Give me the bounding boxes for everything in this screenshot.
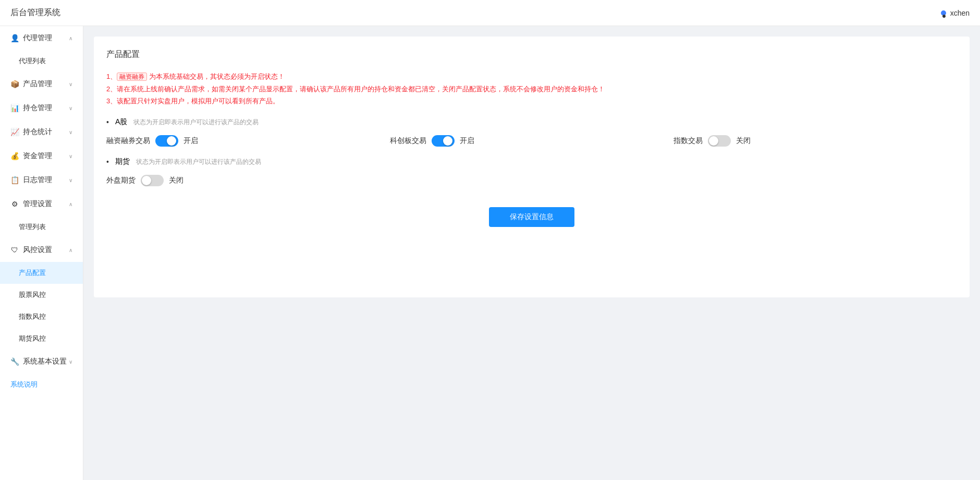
toggle-item-overseas: 外盘期货 关闭	[106, 175, 957, 186]
notice-3-text: 3、该配置只针对实盘用户，模拟用户可以看到所有产品。	[106, 97, 279, 105]
save-row: 保存设置信息	[106, 207, 957, 227]
sidebar-item-proxy[interactable]: 👤 代理管理 ∧	[0, 26, 83, 50]
holding-stat-chevron: ∨	[69, 129, 72, 135]
sidebar-item-log-label: 日志管理	[23, 175, 52, 185]
sidebar-item-product[interactable]: 📦 产品管理 ∨	[0, 72, 83, 96]
product-chevron: ∨	[69, 81, 72, 87]
notice-3: 3、该配置只针对实盘用户，模拟用户可以看到所有产品。	[106, 95, 957, 107]
save-button[interactable]: 保存设置信息	[489, 207, 574, 227]
sidebar-subitem-mgmt-list[interactable]: 管理列表	[0, 216, 83, 238]
layout: 👤 代理管理 ∧ 代理列表 📦 产品管理 ∨ 📊 持仓管理 ∨ 📈 持仓统计	[0, 26, 980, 480]
mgmt-settings-icon: ⚙	[10, 200, 19, 208]
username: xchen	[950, 9, 970, 17]
section-futures-title: 期货	[115, 157, 130, 166]
proxy-chevron: ∧	[69, 35, 72, 41]
notice-1-highlight: 融资融券	[117, 73, 147, 81]
sidebar-item-holding-stat[interactable]: 📈 持仓统计 ∨	[0, 120, 83, 144]
notice-1-text: 为本系统基础交易，其状态必须为开启状态！	[149, 73, 285, 80]
header: 后台管理系统 ● xchen	[0, 0, 980, 26]
product-icon: 📦	[10, 80, 19, 88]
section-futures-header: • 期货 状态为开启即表示用户可以进行该产品的交易	[106, 157, 957, 166]
holding-icon: 📊	[10, 104, 19, 112]
sidebar-item-risk-settings[interactable]: 🛡 风控设置 ∧	[0, 238, 83, 262]
user-avatar-icon: ●	[941, 10, 946, 16]
sys-settings-chevron: ∨	[69, 359, 72, 365]
toggle-star-status: 开启	[460, 136, 474, 146]
section-a-header: • A股 状态为开启即表示用户可以进行该产品的交易	[106, 117, 957, 127]
section-a-title: A股	[115, 117, 127, 127]
sidebar-item-proxy-label: 代理管理	[23, 33, 52, 43]
toggle-overseas-label: 外盘期货	[106, 176, 136, 185]
notice-box: 1、融资融券为本系统基础交易，其状态必须为开启状态！ 2、请在系统上线前确认产品…	[106, 70, 957, 107]
mgmt-settings-chevron: ∧	[69, 201, 72, 207]
toggle-index-switch[interactable]	[708, 135, 731, 147]
toggle-margin-switch[interactable]	[155, 135, 178, 147]
toggle-overseas-knob	[142, 176, 151, 185]
toggles-row-futures: 外盘期货 关闭	[106, 175, 957, 186]
sidebar-item-log[interactable]: 📋 日志管理 ∨	[0, 168, 83, 192]
toggle-margin-status: 开启	[183, 136, 198, 146]
toggles-row-a: 融资融券交易 开启 科创板交易 开启 指数交易	[106, 135, 957, 147]
sidebar-item-fund-label: 资金管理	[23, 151, 52, 161]
toggle-star-knob	[443, 136, 452, 146]
risk-settings-icon: 🛡	[10, 246, 19, 254]
toggle-index-status: 关闭	[736, 136, 751, 146]
section-a-bullet: •	[106, 118, 109, 126]
toggle-overseas-status: 关闭	[169, 176, 183, 185]
toggle-index-knob	[709, 136, 718, 146]
app-title: 后台管理系统	[10, 7, 60, 18]
sidebar-subitem-futures-risk[interactable]: 期货风控	[0, 328, 83, 350]
sidebar-item-holding[interactable]: 📊 持仓管理 ∨	[0, 96, 83, 120]
fund-chevron: ∨	[69, 153, 72, 159]
notice-2: 2、请在系统上线前确认产品需求，如需关闭某个产品显示配置，请确认该产品所有用户的…	[106, 83, 957, 95]
sidebar-subitem-index-risk[interactable]: 指数风控	[0, 306, 83, 328]
sidebar-bottom-link[interactable]: 系统说明	[0, 374, 83, 395]
notice-2-text: 2、请在系统上线前确认产品需求，如需关闭某个产品显示配置，请确认该产品所有用户的…	[106, 85, 605, 93]
toggle-item-index: 指数交易 关闭	[673, 135, 957, 147]
sidebar-item-sys-settings-label: 系统基本设置	[23, 357, 67, 366]
toggle-margin-label: 融资融券交易	[106, 136, 150, 146]
sidebar-item-risk-settings-label: 风控设置	[23, 245, 52, 255]
user-info: ● xchen	[941, 9, 970, 17]
proxy-icon: 👤	[10, 34, 19, 42]
main-content: 产品配置 1、融资融券为本系统基础交易，其状态必须为开启状态！ 2、请在系统上线…	[83, 26, 980, 480]
section-futures-desc: 状态为开启即表示用户可以进行该产品的交易	[136, 158, 261, 166]
section-a-desc: 状态为开启即表示用户可以进行该产品的交易	[133, 118, 259, 127]
fund-icon: 💰	[10, 152, 19, 160]
content-card: 产品配置 1、融资融券为本系统基础交易，其状态必须为开启状态！ 2、请在系统上线…	[94, 37, 970, 297]
sidebar-subitem-stock-risk[interactable]: 股票风控	[0, 284, 83, 306]
toggle-star-switch[interactable]	[432, 135, 455, 147]
sidebar: 👤 代理管理 ∧ 代理列表 📦 产品管理 ∨ 📊 持仓管理 ∨ 📈 持仓统计	[0, 26, 83, 480]
sidebar-subitem-proxy-list[interactable]: 代理列表	[0, 50, 83, 72]
sidebar-item-holding-stat-label: 持仓统计	[23, 127, 52, 137]
sys-settings-icon: 🔧	[10, 357, 19, 366]
sidebar-item-mgmt-settings[interactable]: ⚙ 管理设置 ∧	[0, 192, 83, 216]
notice-1-prefix: 1、	[106, 73, 117, 80]
toggle-item-margin: 融资融券交易 开启	[106, 135, 390, 147]
log-icon: 📋	[10, 176, 19, 184]
sidebar-item-holding-label: 持仓管理	[23, 103, 52, 113]
toggle-item-star: 科创板交易 开启	[390, 135, 673, 147]
holding-chevron: ∨	[69, 105, 72, 111]
risk-settings-chevron: ∧	[69, 247, 72, 253]
sidebar-item-sys-settings[interactable]: 🔧 系统基本设置 ∨	[0, 350, 83, 374]
toggle-overseas-switch[interactable]	[141, 175, 164, 186]
section-futures-bullet: •	[106, 158, 109, 166]
toggle-margin-knob	[167, 136, 176, 146]
log-chevron: ∨	[69, 177, 72, 183]
sidebar-item-product-label: 产品管理	[23, 79, 52, 89]
holding-stat-icon: 📈	[10, 128, 19, 136]
sidebar-item-mgmt-settings-label: 管理设置	[23, 199, 52, 209]
toggle-index-label: 指数交易	[673, 136, 703, 146]
sidebar-subitem-product-config[interactable]: 产品配置	[0, 262, 83, 284]
card-title: 产品配置	[106, 49, 957, 60]
notice-1: 1、融资融券为本系统基础交易，其状态必须为开启状态！	[106, 70, 957, 83]
sidebar-item-fund[interactable]: 💰 资金管理 ∨	[0, 144, 83, 168]
toggle-star-label: 科创板交易	[390, 136, 426, 146]
